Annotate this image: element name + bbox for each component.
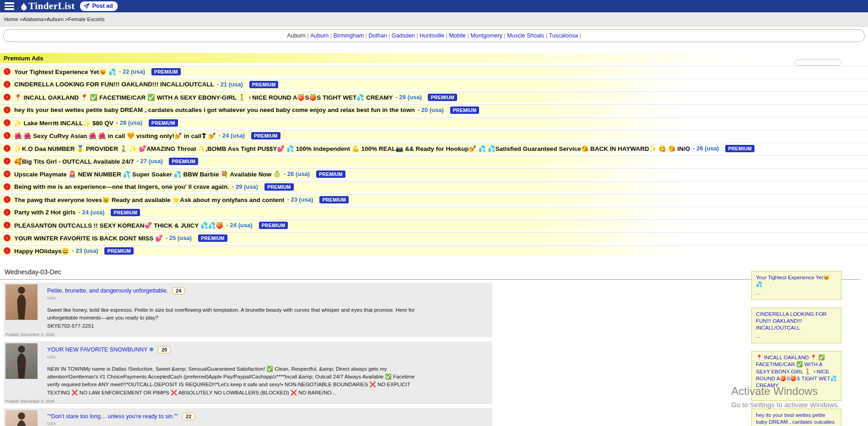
city-link[interactable]: Dothan — [368, 32, 387, 39]
sidebar-ad-ellipsis: ... — [756, 289, 837, 296]
paper-plane-icon — [84, 3, 90, 9]
premium-ad-age-region: - 20 (usa) — [417, 106, 443, 113]
listing-thumbnail[interactable] — [5, 284, 38, 320]
city-separator: | — [415, 32, 420, 39]
post-ad-button[interactable]: Post ad — [80, 1, 117, 11]
listing-country: USA — [47, 355, 487, 359]
premium-badge: PREMIUM — [111, 209, 140, 216]
city-nav: Auburn | Auburn | Birmingham | Dothan | … — [3, 29, 865, 42]
city-separator: | — [578, 32, 581, 39]
listing-row: YOUR NEW FAVORITE SNOWBUNNY ❄ 20 USA NEW… — [4, 341, 492, 404]
listing-posted-date: Posted: December 3, 2025 — [5, 399, 54, 404]
premium-ad-age-region: - 27 (usa) — [136, 158, 162, 165]
premium-ad-age-region: - 24 (usa) — [78, 209, 104, 216]
premium-ad-title[interactable]: Your Tightest Experience Yet😼 💦 — [14, 68, 116, 75]
menu-icon[interactable] — [4, 1, 15, 11]
person-silhouette-icon — [5, 284, 38, 320]
city-link[interactable]: Huntsville — [420, 32, 444, 39]
city-link[interactable]: Tuscaloosa — [549, 32, 577, 39]
premium-ad-age-region: - 22 (usa) — [119, 68, 145, 75]
premium-ad-title[interactable]: ✨ Lake Merritt INCALL✨ $80 QV — [14, 119, 113, 127]
premium-ad-title[interactable]: YOUR WINTER FAVORITE IS BACK DONT MISS 💕 — [14, 234, 163, 242]
sidebar-ad-title[interactable]: 📍 INCALL OAKLAND 📍 ✅ FACETIME/CAR ✅ WITH… — [756, 354, 837, 389]
premium-ad-title[interactable]: CINDERELLA LOOKING FOR FUN!!! OAKLAND!!!… — [14, 81, 214, 88]
premium-ad-row: ↑ CINDERELLA LOOKING FOR FUN!!! OAKLAND!… — [0, 79, 868, 90]
premium-ad-row: ↑ Party with 2 Hot girls - 24 (usa) PREM… — [0, 207, 868, 218]
premium-ad-row: ↑ 🌺 🌺 Sexy CuRvy Asian 🌺 🌺 in call 🧡 vis… — [0, 130, 868, 141]
premium-ad-title[interactable]: 📍 INCALL OAKLAND 📍 ✅ FACETIME/CAR ✅ WITH… — [14, 94, 393, 101]
premium-ad-title[interactable]: Upscale Playmate 🚨 NEW NUMBER 💦 Super So… — [14, 170, 281, 178]
city-separator: | — [502, 32, 507, 39]
sidebar-ad-ellipsis: ... — [756, 333, 837, 340]
premium-ad-title[interactable]: Being with me is an experience—one that … — [14, 183, 229, 190]
listing-body: "“Don't stare too long… unless you're re… — [47, 413, 487, 426]
city-separator: | — [466, 32, 470, 39]
sidebar-ad-title[interactable]: CINDERELLA LOOKING FOR FUN!!! OAKLAND!!!… — [756, 311, 837, 332]
age-badge: 24 — [172, 287, 185, 294]
premium-ad-title[interactable]: Happy HOlidays😄 — [14, 247, 69, 255]
sidebar-ad-title[interactable]: Your Tightest Experience Yet😼 💦 — [756, 274, 837, 288]
premium-ad-row: ↑ YOUR WINTER FAVORITE IS BACK DONT MISS… — [0, 232, 868, 243]
premium-ads-section: Premium Ads ↑ Your Tightest Experience Y… — [0, 53, 868, 256]
premium-ad-title[interactable]: ✨K.O Daa NUMBER 🥇 PROVIDER 🧎 ✨ 💕AMAZING … — [14, 145, 690, 152]
sidebar-ad-title[interactable]: hey its your best wettes petite baby DRE… — [756, 412, 837, 426]
listing-body: YOUR NEW FAVORITE SNOWBUNNY ❄ 20 USA NEW… — [47, 346, 487, 397]
premium-ad-row: ↑ ✨ Lake Merritt INCALL✨ $80 QV - 28 (us… — [0, 117, 868, 128]
bump-up-icon: ↑ — [4, 94, 11, 101]
person-silhouette-icon — [5, 343, 38, 379]
city-item: Huntsville | — [420, 32, 449, 39]
listing-title-link[interactable]: "“Don't stare too long… unless you're re… — [47, 413, 178, 420]
city-link[interactable]: Mobile — [449, 32, 466, 39]
premium-badge: PREMIUM — [725, 145, 755, 152]
premium-badge: PREMIUM — [104, 247, 134, 255]
person-silhouette-icon — [5, 410, 38, 426]
premium-ad-row: ↑ ✨K.O Daa NUMBER 🥇 PROVIDER 🧎 ✨ 💕AMAZIN… — [0, 143, 868, 154]
empty-ad-placeholder — [795, 59, 841, 66]
sidebar-ad-ellipsis: ... — [756, 390, 837, 397]
city-item: Tuscaloosa | — [549, 32, 581, 39]
premium-ad-title[interactable]: Party with 2 Hot girls — [14, 209, 75, 216]
breadcrumb[interactable]: Home >Alabama>Auburn >Female Escorts — [4, 16, 105, 22]
premium-ad-title[interactable]: PLEASANTON OUTCALLS !! SEXY KOREAN💞 THIC… — [14, 222, 223, 229]
city-link[interactable]: Birmingham — [333, 32, 364, 39]
listing-title-link[interactable]: YOUR NEW FAVORITE SNOWBUNNY ❄ — [47, 346, 154, 353]
premium-ads-header: Premium Ads — [0, 53, 868, 63]
premium-badge: PREMIUM — [450, 106, 480, 114]
city-link[interactable]: Gadsden — [392, 32, 415, 39]
bump-up-icon: ↑ — [4, 222, 11, 229]
city-separator: | — [364, 32, 368, 39]
premium-ad-age-region: - 24 (usa) — [226, 222, 252, 229]
listing-title-link[interactable]: Petite, brunette, and dangerously unforg… — [47, 288, 168, 294]
premium-ad-row: ↑ Happy HOlidays😄 - 23 (usa) PREMIUM — [0, 245, 868, 256]
city-item: Montgomery | — [470, 32, 507, 39]
listing-country: USA — [47, 296, 487, 300]
premium-ad-age-region: - 29 (usa) — [232, 183, 258, 190]
premium-badge: PREMIUM — [169, 158, 198, 165]
sidebar-ad-box[interactable]: hey its your best wettes petite baby DRE… — [751, 409, 841, 426]
city-link[interactable]: Muscle Shoals — [507, 32, 544, 39]
premium-ad-title[interactable]: 🥰Big Tits Girl - OUTCALL Available 24/7 — [14, 158, 134, 165]
top-navbar: TinderList Post ad — [0, 0, 868, 12]
premium-ad-age-region: - 23 (usa) — [72, 247, 98, 254]
listing-description: NEW IN TOWNMy name is Dallas !Seductive,… — [47, 365, 417, 397]
city-link[interactable]: Auburn — [310, 32, 329, 39]
premium-badge: PREMIUM — [319, 196, 349, 203]
city-link[interactable]: Auburn — [287, 32, 305, 39]
city-link[interactable]: Montgomery — [470, 32, 502, 39]
city-item: Mobile | — [449, 32, 470, 39]
sidebar-ad-box[interactable]: CINDERELLA LOOKING FOR FUN!!! OAKLAND!!!… — [751, 308, 841, 343]
premium-ad-title[interactable]: The pawg that everyone loves😼 Ready and … — [14, 196, 284, 203]
premium-badge: PREMIUM — [198, 234, 227, 242]
city-separator: | — [444, 32, 449, 39]
listing-thumbnail[interactable] — [5, 410, 38, 426]
premium-ad-title[interactable]: hey its your best wettes petite baby DRE… — [14, 106, 415, 113]
listing-row: "“Don't stare too long… unless you're re… — [4, 408, 492, 426]
sidebar-ad-box[interactable]: Your Tightest Experience Yet😼 💦 ... — [751, 271, 841, 300]
premium-ad-age-region: - 24 (usa) — [219, 132, 245, 139]
date-header: Wednesday-03-Dec — [0, 266, 860, 280]
city-separator: | — [329, 32, 333, 39]
brand-logo[interactable]: TinderList — [21, 0, 75, 12]
premium-ad-title[interactable]: 🌺 🌺 Sexy CuRvy Asian 🌺 🌺 in call 🧡 visit… — [14, 132, 216, 139]
sidebar-ad-box[interactable]: 📍 INCALL OAKLAND 📍 ✅ FACETIME/CAR ✅ WITH… — [751, 351, 841, 401]
listing-thumbnail[interactable] — [5, 343, 38, 379]
